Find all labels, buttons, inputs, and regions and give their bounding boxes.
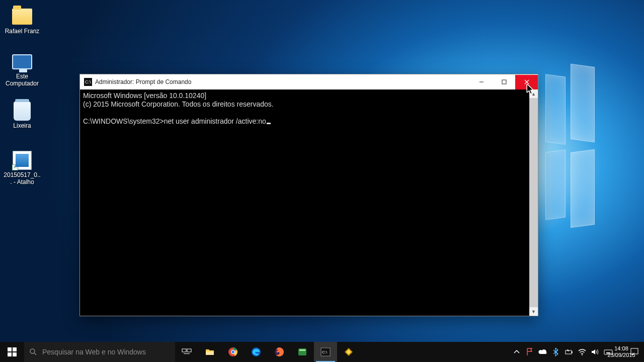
window-title: Administrador: Prompt de Comando [95,78,191,85]
windows-logo-icon [8,347,17,356]
image-shortcut-icon [12,150,33,171]
scroll-down-button[interactable]: ▼ [529,307,538,316]
action-center-button[interactable] [628,347,641,357]
svg-rect-15 [206,351,214,355]
svg-point-18 [231,350,234,353]
svg-rect-14 [184,353,190,354]
cmd-icon: C:\ [84,78,92,86]
wallpaper-pane [545,74,566,145]
clock-button[interactable]: 14:08 23/09/2015 [615,345,628,358]
desktop-icon-user-folder[interactable]: Rafael Franz [3,6,41,35]
svg-rect-36 [631,348,638,354]
terminal-line: (c) 2015 Microsoft Corporation. Todos os… [83,100,274,108]
task-view-icon [182,347,192,357]
bluetooth-icon [551,347,561,357]
tray-bluetooth-button[interactable] [549,347,562,357]
task-view-button[interactable] [175,342,198,362]
svg-rect-28 [572,351,573,353]
tray-volume-button[interactable] [589,347,602,357]
firefox-icon [274,347,284,357]
taskbar-app-cmd[interactable]: C:\ [314,342,337,362]
desktop-icon-label: Rafael Franz [5,28,40,35]
scroll-thumb[interactable] [529,98,538,307]
taskbar-app-green[interactable] [291,342,314,362]
notification-icon [629,347,639,357]
maximize-button[interactable] [493,75,515,89]
edge-icon [251,347,261,357]
wallpaper-pane [571,64,595,143]
search-box[interactable] [24,342,175,362]
cmd-window[interactable]: C:\ Administrador: Prompt de Comando Mic… [79,74,538,316]
taskbar-pinned: C:\ [175,342,360,362]
folder-icon [12,6,33,27]
svg-rect-22 [299,349,305,351]
tray-chevron-button[interactable] [510,347,523,357]
chrome-icon [228,347,238,357]
svg-point-10 [30,349,35,353]
volume-icon [590,347,600,357]
terminal-line: C:\WINDOWS\system32>net user administrad… [83,117,266,125]
scrollbar-vertical[interactable]: ▲ ▼ [529,89,538,316]
desktop-icon-label: Lixeira [13,123,31,130]
computer-icon [12,51,33,72]
chevron-up-icon [512,347,522,357]
svg-rect-13 [187,349,191,352]
terminal-line: Microsoft Windows [versão 10.0.10240] [83,92,206,100]
desktop-icon-recycle-bin[interactable]: Lixeira [3,101,41,130]
desktop[interactable]: Rafael Franz Este Computador Lixeira 201… [0,0,644,362]
svg-text:C:\: C:\ [85,79,91,84]
taskbar-app-firefox[interactable] [268,342,291,362]
svg-rect-7 [13,347,17,351]
green-app-icon [297,347,307,357]
tray-flag-button[interactable] [523,347,536,357]
wallpaper-pane [571,149,595,228]
system-tray: 14:08 23/09/2015 [510,342,644,362]
tray-network-button[interactable] [576,347,589,357]
svg-rect-8 [8,352,12,356]
gold-app-icon [344,347,354,357]
svg-line-11 [34,353,36,355]
svg-rect-9 [13,352,17,356]
search-icon [29,348,37,356]
scroll-track[interactable] [529,98,538,307]
cmd-icon: C:\ [320,347,331,357]
file-explorer-icon [205,347,215,357]
svg-point-29 [582,354,583,355]
svg-rect-6 [8,347,12,351]
terminal-output[interactable]: Microsoft Windows [versão 10.0.10240] (c… [80,89,538,316]
desktop-icon-this-pc[interactable]: Este Computador [3,51,41,87]
cloud-icon [538,347,548,357]
taskbar-app-gold[interactable] [337,342,360,362]
wifi-icon [577,347,587,357]
titlebar[interactable]: C:\ Administrador: Prompt de Comando [80,74,538,89]
minimize-button[interactable] [470,75,493,89]
svg-text:C:\: C:\ [322,350,328,354]
wallpaper-pane [545,149,566,220]
tray-onedrive-button[interactable] [536,347,549,357]
battery-icon [564,347,574,357]
close-button[interactable] [515,75,538,89]
desktop-icon-image-shortcut[interactable]: 20150517_0... - Atalho [3,150,41,186]
clock-time: 14:08 [614,345,628,352]
flag-icon [525,347,535,357]
taskbar: C:\ 14:08 23/09/2015 [0,342,644,362]
text-caret [267,123,271,124]
desktop-icon-label: Este Computador [3,73,41,87]
desktop-icon-label: 20150517_0... - Atalho [3,172,41,186]
taskbar-app-file-explorer[interactable] [198,342,221,362]
search-input[interactable] [42,342,175,362]
start-button[interactable] [0,342,24,362]
scroll-up-button[interactable]: ▲ [529,89,538,98]
recycle-bin-icon [12,101,33,122]
svg-rect-3 [502,80,506,84]
svg-rect-12 [182,349,186,352]
tray-power-button[interactable] [562,347,576,357]
taskbar-app-chrome[interactable] [221,342,245,362]
taskbar-app-edge[interactable] [245,342,268,362]
